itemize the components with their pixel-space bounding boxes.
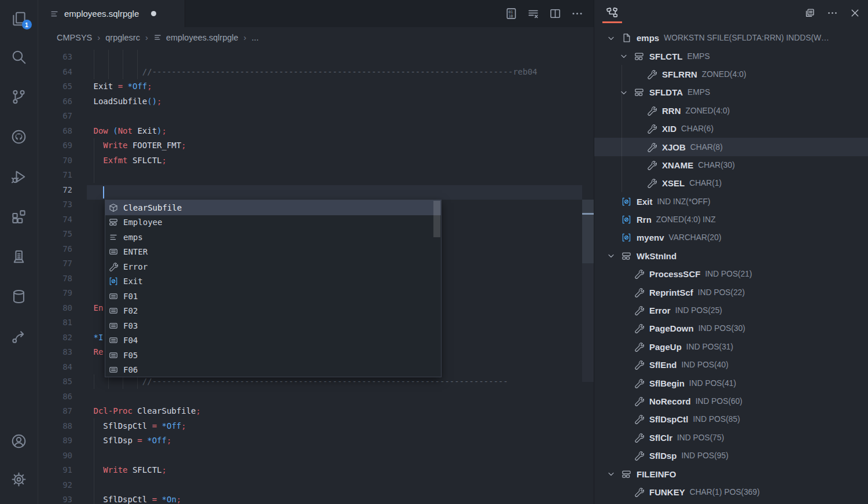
outline-row-SflBegin[interactable]: SflBeginIND POS(41) [594,374,868,392]
code-line-71[interactable] [38,168,594,183]
modified-dot-icon[interactable] [151,11,156,16]
code-line-93[interactable]: SflDspCtl = *On; [38,492,594,504]
scrollbar-thumb[interactable] [582,200,594,263]
code-line-87[interactable]: Dcl-Proc ClearSubfile; [38,404,594,419]
activitybar-search[interactable] [0,37,38,77]
suggest-item-emps[interactable]: emps [105,230,441,245]
suggest-item-F01[interactable]: F01 [105,289,441,304]
code-line-91[interactable]: Write SFLCTL; [38,463,594,478]
outline-row-myenv[interactable]: myenvVARCHAR(20) [594,229,868,247]
chevron-down-icon[interactable] [619,88,628,97]
code-line-88[interactable]: SflDspCtl = *Off; [38,419,594,434]
code-line-64[interactable]: //--------------------------------------… [38,65,594,80]
activitybar-settings[interactable] [0,459,38,499]
suggest-item-Employee[interactable]: Employee [105,215,441,230]
suggest-item-F02[interactable]: F02 [105,304,441,319]
code-line-63[interactable] [38,50,594,65]
breadcrumb-item-2[interactable]: employees.sqlrpgle [153,33,238,42]
outline-row-PageUp[interactable]: PageUpIND POS(31) [594,338,868,356]
outline-row-WkStnInd[interactable]: WkStnInd [594,247,868,265]
outline-row-emps[interactable]: empsWORKSTN SFILE(SFLDTA:RRN) INDDS(W… [594,29,868,47]
more-actions-icon[interactable] [827,8,838,19]
chevron-down-icon[interactable] [619,51,628,61]
suggest-item-Error[interactable]: Error [105,259,441,274]
line-number-74: 74 [38,212,72,227]
outline-row-XID[interactable]: XIDCHAR(6) [594,120,868,138]
activitybar-run-debug[interactable] [0,157,38,197]
symbol-value-icon [621,215,631,225]
code-line-66[interactable]: LoadSubfile(); [38,94,594,109]
suggest-scrollbar[interactable] [433,201,440,237]
code-line-92[interactable] [38,478,594,493]
line-number-84: 84 [38,360,72,375]
activitybar-explorer[interactable]: 1 [0,0,38,37]
editor-group: employees.sqlrpgle 0110 CMPSYS›qrpglesrc… [38,0,594,504]
outline-row-SFLRRN[interactable]: SFLRRNZONED(4:0) [594,65,868,83]
breadcrumb: CMPSYS›qrpglesrc›employees.sqlrpgle›... [38,27,594,47]
suggest-item-F05[interactable]: F05 [105,348,441,363]
chevron-down-icon[interactable] [606,469,616,479]
outline-row-XNAME[interactable]: XNAMECHAR(30) [594,156,868,174]
outline-row-XJOB[interactable]: XJOBCHAR(8) [594,138,868,156]
outline-row-Rrn[interactable]: RrnZONED(4:0) INZ [594,211,868,229]
activitybar-accounts[interactable] [0,422,38,459]
chevron-down-icon[interactable] [606,251,616,260]
breadcrumb-separator: › [97,32,100,42]
outline-row-SFLDTA[interactable]: SFLDTAEMPS [594,83,868,101]
split-editor-icon[interactable] [549,8,561,20]
code-line-70[interactable]: Exfmt SFLCTL; [38,153,594,168]
suggest-item-F04[interactable]: F04 [105,333,441,348]
more-actions-icon[interactable] [571,8,583,20]
close-panel-icon[interactable] [849,8,860,19]
activitybar-source-control[interactable] [0,77,38,117]
outline-row-FILEINFO[interactable]: FILEINFO [594,465,868,483]
outline-row-PageDown[interactable]: PageDownIND POS(30) [594,319,868,337]
outline-row-Exit[interactable]: ExitIND INZ(*OFF) [594,193,868,211]
symbol-wrench-icon [634,288,644,297]
activitybar-github[interactable] [0,117,38,157]
outline-row-RRN[interactable]: RRNZONED(4:0) [594,102,868,120]
code-editor[interactable]: 6364656667686970717273747576777879808182… [38,47,594,504]
suggest-item-ENTER[interactable]: ENTER [105,245,441,260]
suggest-constant-icon [109,336,118,345]
outline-row-SflDsp[interactable]: SflDspIND POS(95) [594,447,868,465]
breadcrumb-item-1[interactable]: qrpglesrc [105,33,140,42]
suggest-item-F03[interactable]: F03 [105,318,441,333]
outline-row-ProcessSCF[interactable]: ProcessSCFIND POS(21) [594,265,868,283]
outline-row-SFLCTL[interactable]: SFLCTLEMPS [594,47,868,65]
line-number-68: 68 [38,124,72,139]
outline-row-XSEL[interactable]: XSELCHAR(1) [594,174,868,192]
code-line-68[interactable]: Dow (Not Exit); [38,124,594,139]
breadcrumb-item-0[interactable]: CMPSYS [57,33,92,42]
clear-list-icon[interactable] [527,8,539,20]
outline-row-ReprintScf[interactable]: ReprintScfIND POS(22) [594,283,868,301]
outline-row-Error[interactable]: ErrorIND POS(25) [594,301,868,319]
code-line-89[interactable]: SflDsp = *Off; [38,433,594,448]
suggest-item-F06[interactable]: F06 [105,363,441,378]
chevron-down-icon[interactable] [606,34,616,43]
activitybar-object-browser[interactable] [0,237,38,277]
code-line-69[interactable]: Write FOOTER_FMT; [38,138,594,153]
outline-row-SflClr[interactable]: SflClrIND POS(75) [594,429,868,447]
symbol-wrench-icon [634,342,644,352]
outline-row-FUNKEY[interactable]: FUNKEYCHAR(1) POS(369) [594,483,868,501]
binary-file-icon[interactable]: 0110 [505,8,517,20]
code-line-90[interactable] [38,448,594,463]
activitybar-extensions[interactable] [0,197,38,237]
code-line-86[interactable] [38,389,594,404]
activitybar-database[interactable] [0,277,38,317]
line-number-93: 93 [38,492,72,504]
activitybar-deploy[interactable] [0,317,38,356]
suggest-item-Exit[interactable]: Exit [105,274,441,289]
outline-row-SflDspCtl[interactable]: SflDspCtlIND POS(85) [594,410,868,428]
code-line-65[interactable]: Exit = *Off; [38,79,594,94]
symbol-wrench-icon [634,378,644,388]
outline-row-SflEnd[interactable]: SflEndIND POS(40) [594,356,868,374]
code-line-67[interactable] [38,109,594,124]
outline-row-NoRecord[interactable]: NoRecordIND POS(60) [594,392,868,410]
tab-employees-sqlrpgle[interactable]: employees.sqlrpgle [38,0,185,27]
code-line-72[interactable] [38,183,594,198]
restore-panel-icon[interactable] [804,8,815,19]
breadcrumb-item-3[interactable]: ... [252,33,259,42]
suggest-item-ClearSubfile[interactable]: ClearSubfile [105,200,441,215]
